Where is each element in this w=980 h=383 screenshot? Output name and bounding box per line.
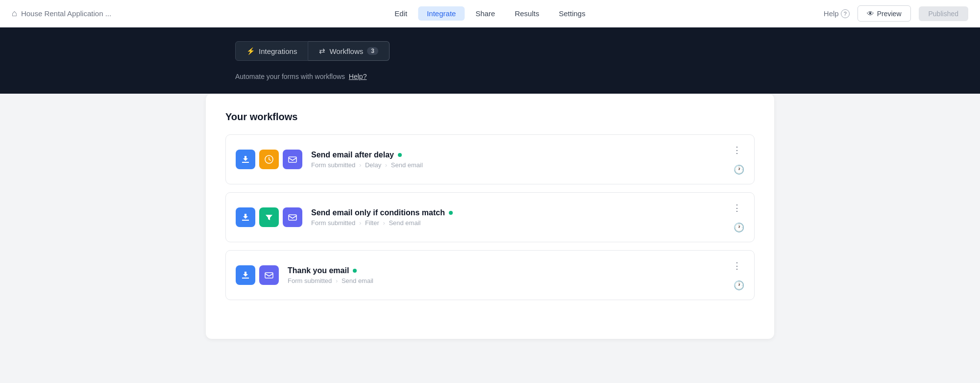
- workflows-icon: ⇄: [319, 47, 325, 55]
- more-options-icon-1[interactable]: ⋮: [730, 144, 744, 156]
- main-content: Your workflows Send email after delay: [0, 94, 980, 368]
- filter-icon: [259, 207, 279, 227]
- tab-results[interactable]: Results: [506, 6, 548, 21]
- tab-integrate[interactable]: Integrate: [418, 6, 465, 21]
- header-tab-buttons: ⚡ Integrations ⇄ Workflows 3: [235, 41, 745, 61]
- tab-share[interactable]: Share: [466, 6, 504, 21]
- workflow-3-name: Thank you email: [288, 266, 730, 275]
- preview-button[interactable]: 👁 Preview: [858, 5, 911, 22]
- workflow-2-name: Send email only if conditions match: [311, 208, 730, 217]
- tab-settings[interactable]: Settings: [550, 6, 594, 21]
- workflow-1-icons: [236, 150, 302, 169]
- history-icon-2[interactable]: 🕐: [734, 222, 744, 233]
- svg-rect-3: [265, 273, 273, 278]
- workflow-2-info: Send email only if conditions match Form…: [311, 208, 730, 227]
- nav-center-tabs: Edit Integrate Share Results Settings: [386, 6, 594, 21]
- automate-description: Automate your forms with workflows Help?: [235, 73, 745, 80]
- workflow-1-name: Send email after delay: [311, 151, 730, 159]
- lightning-icon: ⚡: [246, 47, 255, 55]
- published-button[interactable]: Published: [919, 6, 969, 21]
- workflow-item: Send email after delay Form submitted › …: [225, 134, 755, 184]
- help-icon: ?: [841, 9, 850, 18]
- workflow-3-info: Thank you email Form submitted › Send em…: [288, 266, 730, 284]
- nav-right: Help ? 👁 Preview Published: [824, 5, 968, 22]
- workflow-2-steps: Form submitted › Filter › Send email: [311, 219, 730, 227]
- download-icon-3: [236, 265, 255, 285]
- mail-icon-3: [259, 265, 279, 285]
- svg-rect-2: [289, 215, 296, 220]
- download-icon-2: [236, 207, 255, 227]
- mail-icon-1: [283, 150, 302, 169]
- svg-rect-1: [289, 157, 296, 162]
- home-icon[interactable]: ⌂: [12, 8, 17, 19]
- workflows-badge: 3: [367, 47, 378, 55]
- workflow-3-steps: Form submitted › Send email: [288, 277, 730, 284]
- help-link[interactable]: Help?: [349, 73, 367, 80]
- more-options-icon-3[interactable]: ⋮: [730, 259, 744, 272]
- workflow-3-actions: ⋮ 🕐: [730, 259, 744, 291]
- top-navigation: ⌂ House Rental Application ... Edit Inte…: [0, 0, 980, 27]
- workflows-tab[interactable]: ⇄ Workflows 3: [308, 41, 390, 61]
- app-title: House Rental Application ...: [21, 9, 111, 18]
- workflows-section-title: Your workflows: [225, 111, 755, 123]
- workflow-1-actions: ⋮ 🕐: [730, 144, 744, 175]
- more-options-icon-2[interactable]: ⋮: [730, 202, 744, 214]
- integrations-tab[interactable]: ⚡ Integrations: [235, 41, 308, 61]
- status-dot-1: [398, 153, 402, 157]
- mail-icon-2: [283, 207, 302, 227]
- status-dot-3: [353, 269, 357, 273]
- history-icon-3[interactable]: 🕐: [734, 280, 744, 291]
- status-dot-2: [449, 211, 453, 215]
- help-button[interactable]: Help ?: [824, 9, 850, 18]
- clock-delay-icon: [259, 150, 279, 169]
- nav-left: ⌂ House Rental Application ...: [12, 8, 111, 19]
- workflow-2-actions: ⋮ 🕐: [730, 202, 744, 233]
- eye-icon: 👁: [867, 9, 874, 18]
- tab-edit[interactable]: Edit: [386, 6, 416, 21]
- download-icon-1: [236, 150, 255, 169]
- workflow-1-info: Send email after delay Form submitted › …: [311, 151, 730, 169]
- workflows-card: Your workflows Send email after delay: [206, 94, 774, 339]
- workflow-item: Send email only if conditions match Form…: [225, 192, 755, 242]
- workflow-3-icons: [236, 265, 279, 285]
- workflow-item: Thank you email Form submitted › Send em…: [225, 250, 755, 300]
- history-icon-1[interactable]: 🕐: [734, 164, 744, 175]
- help-label: Help: [824, 9, 839, 18]
- workflow-2-icons: [236, 207, 302, 227]
- workflow-1-steps: Form submitted › Delay › Send email: [311, 161, 730, 169]
